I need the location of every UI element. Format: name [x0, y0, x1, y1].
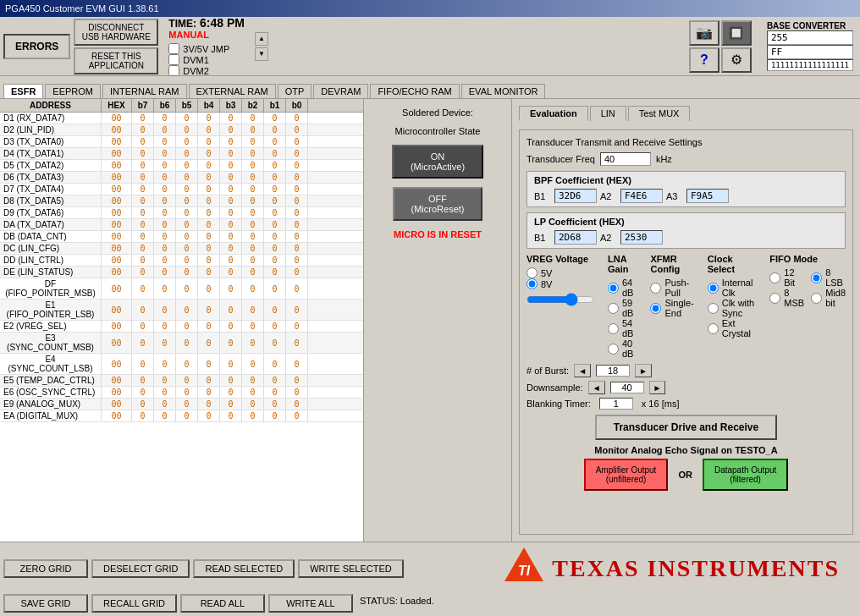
- clock-sync[interactable]: Clk with Sync: [708, 298, 757, 318]
- blanking-input[interactable]: [599, 398, 633, 410]
- cell-bit-b2[interactable]: 0: [242, 172, 264, 183]
- cell-bit-b7[interactable]: 0: [132, 184, 154, 195]
- table-row[interactable]: DE (LIN_STATUS)0000000000: [0, 267, 363, 278]
- xfmr-push-pull[interactable]: Push-Pull: [650, 278, 693, 298]
- cell-bit-b5[interactable]: 0: [176, 243, 198, 254]
- vreg-slider[interactable]: [526, 293, 594, 306]
- cell-bit-b5[interactable]: 0: [176, 113, 198, 124]
- cell-bit-b7[interactable]: 0: [132, 410, 154, 421]
- cell-bit-b0[interactable]: 0: [286, 172, 308, 183]
- cell-bit-b1[interactable]: 0: [264, 124, 286, 135]
- cell-hex[interactable]: 00: [102, 410, 132, 421]
- cell-bit-b5[interactable]: 0: [176, 278, 198, 299]
- cell-bit-b7[interactable]: 0: [132, 243, 154, 254]
- cell-bit-b3[interactable]: 0: [220, 321, 242, 332]
- save-grid-button[interactable]: SAVE GRID: [3, 594, 88, 613]
- transducer-drive-receive-button[interactable]: Transducer Drive and Receive: [595, 415, 777, 440]
- cell-bit-b3[interactable]: 0: [220, 387, 242, 398]
- cell-bit-b1[interactable]: 0: [264, 243, 286, 254]
- cell-bit-b2[interactable]: 0: [242, 219, 264, 230]
- cell-bit-b5[interactable]: 0: [176, 410, 198, 421]
- bpf-a3-input[interactable]: [686, 189, 729, 203]
- table-row[interactable]: D3 (TX_DATA0)0000000000: [0, 136, 363, 148]
- base-value-bin[interactable]: 11111111111111111: [767, 59, 853, 71]
- cell-hex[interactable]: 00: [102, 300, 132, 320]
- cell-bit-b5[interactable]: 0: [176, 231, 198, 242]
- cell-bit-b6[interactable]: 0: [154, 207, 176, 218]
- tab-internal-ram[interactable]: INTERNAL RAM: [102, 84, 187, 98]
- cell-bit-b4[interactable]: 0: [198, 113, 220, 124]
- cell-bit-b6[interactable]: 0: [154, 243, 176, 254]
- on-button[interactable]: ON(MicroActive): [392, 145, 483, 179]
- cell-bit-b3[interactable]: 0: [220, 113, 242, 124]
- settings-icon-btn[interactable]: ⚙: [721, 47, 752, 73]
- cell-bit-b6[interactable]: 0: [154, 136, 176, 147]
- cell-bit-b2[interactable]: 0: [242, 113, 264, 124]
- cell-bit-b4[interactable]: 0: [198, 148, 220, 159]
- cell-bit-b2[interactable]: 0: [242, 148, 264, 159]
- cell-bit-b5[interactable]: 0: [176, 148, 198, 159]
- bpf-a2-input[interactable]: [620, 189, 663, 203]
- cell-bit-b4[interactable]: 0: [198, 267, 220, 278]
- clock-crystal[interactable]: Ext Crystal: [708, 318, 757, 338]
- cell-bit-b0[interactable]: 0: [286, 300, 308, 320]
- scroll-up-btn[interactable]: ▲: [255, 32, 268, 46]
- table-row[interactable]: E2 (VREG_SEL)0000000000: [0, 321, 363, 333]
- table-row[interactable]: D1 (RX_DATA7)0000000000: [0, 113, 363, 124]
- cell-bit-b4[interactable]: 0: [198, 184, 220, 195]
- cell-bit-b3[interactable]: 0: [220, 124, 242, 135]
- cell-bit-b5[interactable]: 0: [176, 207, 198, 218]
- cell-bit-b5[interactable]: 0: [176, 172, 198, 183]
- cell-bit-b3[interactable]: 0: [220, 184, 242, 195]
- cell-hex[interactable]: 00: [102, 321, 132, 332]
- cell-bit-b6[interactable]: 0: [154, 354, 176, 374]
- cell-bit-b0[interactable]: 0: [286, 278, 308, 299]
- table-row[interactable]: E4 (SYNC_COUNT_LSB)0000000000: [0, 354, 363, 375]
- cell-bit-b0[interactable]: 0: [286, 354, 308, 374]
- cell-bit-b7[interactable]: 0: [132, 321, 154, 332]
- cell-hex[interactable]: 00: [102, 184, 132, 195]
- eval-tab-test-mux[interactable]: Test MUX: [628, 106, 691, 121]
- cell-bit-b2[interactable]: 0: [242, 333, 264, 353]
- lp-a2-input[interactable]: [620, 230, 663, 245]
- cell-bit-b0[interactable]: 0: [286, 136, 308, 147]
- cell-bit-b1[interactable]: 0: [264, 184, 286, 195]
- table-row[interactable]: E5 (TEMP_DAC_CTRL)0000000000: [0, 375, 363, 387]
- cell-bit-b0[interactable]: 0: [286, 410, 308, 421]
- tab-esfr[interactable]: ESFR: [3, 84, 43, 98]
- cell-bit-b4[interactable]: 0: [198, 195, 220, 206]
- cell-bit-b1[interactable]: 0: [264, 375, 286, 386]
- cell-bit-b6[interactable]: 0: [154, 124, 176, 135]
- cell-bit-b3[interactable]: 0: [220, 278, 242, 299]
- cell-hex[interactable]: 00: [102, 333, 132, 353]
- cell-bit-b2[interactable]: 0: [242, 267, 264, 278]
- cell-hex[interactable]: 00: [102, 219, 132, 230]
- write-all-button[interactable]: WRITE ALL: [268, 594, 353, 613]
- table-row[interactable]: DB (DATA_CNT)0000000000: [0, 231, 363, 243]
- cell-bit-b6[interactable]: 0: [154, 219, 176, 230]
- cell-bit-b3[interactable]: 0: [220, 231, 242, 242]
- downsample-right-btn[interactable]: ►: [649, 381, 666, 394]
- cell-bit-b1[interactable]: 0: [264, 333, 286, 353]
- cell-hex[interactable]: 00: [102, 172, 132, 183]
- cell-bit-b7[interactable]: 0: [132, 172, 154, 183]
- cell-bit-b1[interactable]: 0: [264, 300, 286, 320]
- cell-bit-b1[interactable]: 0: [264, 136, 286, 147]
- cell-bit-b7[interactable]: 0: [132, 399, 154, 410]
- cell-bit-b0[interactable]: 0: [286, 148, 308, 159]
- cell-bit-b6[interactable]: 0: [154, 387, 176, 398]
- cell-bit-b2[interactable]: 0: [242, 354, 264, 374]
- table-row[interactable]: EA (DIGITAL_MUX)0000000000: [0, 410, 363, 422]
- cell-bit-b0[interactable]: 0: [286, 160, 308, 171]
- fifo-8lsb[interactable]: 8 LSB: [811, 267, 846, 288]
- cell-bit-b0[interactable]: 0: [286, 399, 308, 410]
- cell-bit-b4[interactable]: 0: [198, 172, 220, 183]
- cell-bit-b6[interactable]: 0: [154, 148, 176, 159]
- table-row[interactable]: D2 (LIN_PID)0000000000: [0, 124, 363, 136]
- tab-eval-monitor[interactable]: EVAL MONITOR: [461, 84, 546, 98]
- cell-bit-b5[interactable]: 0: [176, 160, 198, 171]
- cell-hex[interactable]: 00: [102, 160, 132, 171]
- cell-bit-b0[interactable]: 0: [286, 255, 308, 266]
- cell-bit-b7[interactable]: 0: [132, 278, 154, 299]
- cell-bit-b0[interactable]: 0: [286, 207, 308, 218]
